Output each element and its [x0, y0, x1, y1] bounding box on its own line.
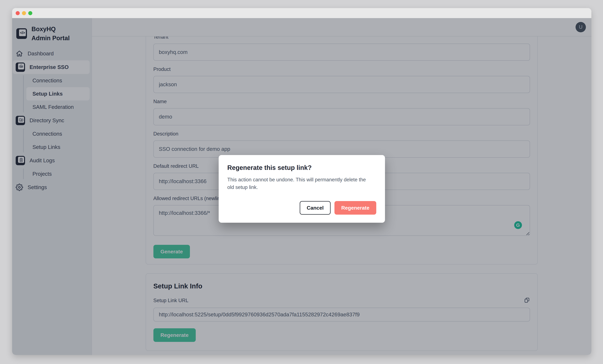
- dialog-message: This action cannot be undone. This will …: [227, 176, 370, 191]
- app-root: </> BoxyHQ Admin Portal Dashboard: [12, 18, 591, 355]
- confirm-regenerate-button[interactable]: Regenerate: [335, 201, 376, 215]
- dialog-actions: Cancel Regenerate: [227, 201, 376, 215]
- window-titlebar: [12, 8, 591, 18]
- dialog-title: Regenerate this setup link?: [227, 164, 376, 171]
- browser-window: </> BoxyHQ Admin Portal Dashboard: [12, 8, 591, 355]
- cancel-button[interactable]: Cancel: [300, 201, 331, 215]
- regenerate-confirm-dialog: Regenerate this setup link? This action …: [219, 155, 385, 223]
- minimize-window-button[interactable]: [22, 11, 26, 15]
- zoom-window-button[interactable]: [28, 11, 32, 15]
- close-window-button[interactable]: [16, 11, 20, 15]
